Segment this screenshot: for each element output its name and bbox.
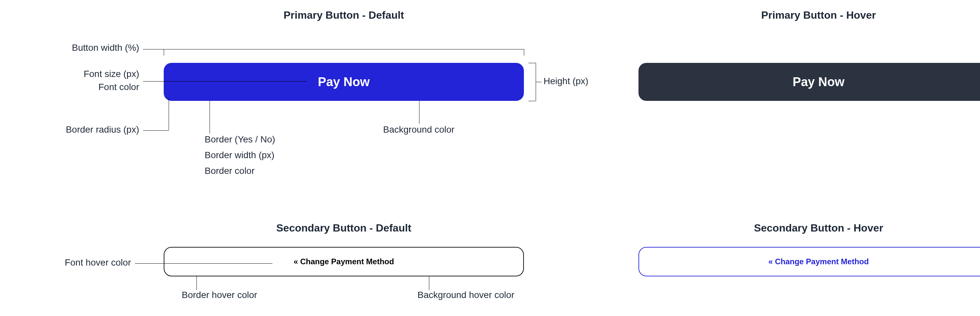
- label-border-radius: Border radius (px): [25, 124, 139, 135]
- leader-bghover-v: [429, 276, 429, 290]
- leader-fonthover-line: [135, 263, 272, 264]
- secondary-button-default-label: « Change Payment Method: [294, 257, 394, 266]
- leader-width-tick-left: [164, 49, 164, 56]
- title-secondary-hover: Secondary Button - Hover: [638, 222, 980, 234]
- label-background-color: Background color: [383, 124, 455, 135]
- leader-bgcolor-v: [419, 101, 420, 124]
- secondary-button-hover[interactable]: « Change Payment Method: [638, 247, 980, 276]
- label-border-yesno: Border (Yes / No): [205, 134, 275, 145]
- label-border-color: Border color: [205, 166, 255, 176]
- label-button-width: Button width (%): [25, 43, 139, 53]
- secondary-button-default[interactable]: « Change Payment Method: [164, 247, 524, 276]
- leader-height-tick-bottom: [528, 101, 536, 101]
- leader-radius-h: [143, 130, 169, 131]
- primary-button-default[interactable]: Pay Now: [164, 63, 524, 101]
- secondary-button-hover-label: « Change Payment Method: [768, 257, 869, 266]
- label-height: Height (px): [544, 76, 589, 86]
- leader-width-connect: [143, 49, 164, 49]
- title-primary-hover: Primary Button - Hover: [638, 9, 980, 21]
- primary-button-default-label: Pay Now: [318, 75, 370, 89]
- leader-width-tick-right: [524, 49, 524, 56]
- label-font-color: Font color: [25, 82, 139, 92]
- label-background-hover-color: Background hover color: [417, 290, 514, 300]
- label-border-hover-color: Border hover color: [182, 290, 257, 300]
- label-border-width: Border width (px): [205, 150, 274, 160]
- label-font-size: Font size (px): [25, 69, 139, 79]
- title-primary-default: Primary Button - Default: [164, 9, 524, 21]
- leader-borderhover-v: [196, 276, 197, 290]
- leader-border-v: [210, 101, 210, 133]
- leader-height-connect: [536, 82, 542, 82]
- leader-width-top: [164, 49, 524, 49]
- label-font-hover-color: Font hover color: [16, 257, 131, 268]
- leader-radius-v: [169, 98, 169, 130]
- primary-button-hover-label: Pay Now: [793, 75, 845, 89]
- title-secondary-default: Secondary Button - Default: [164, 222, 524, 234]
- leader-height-tick-top: [528, 63, 536, 63]
- primary-button-hover[interactable]: Pay Now: [638, 63, 980, 101]
